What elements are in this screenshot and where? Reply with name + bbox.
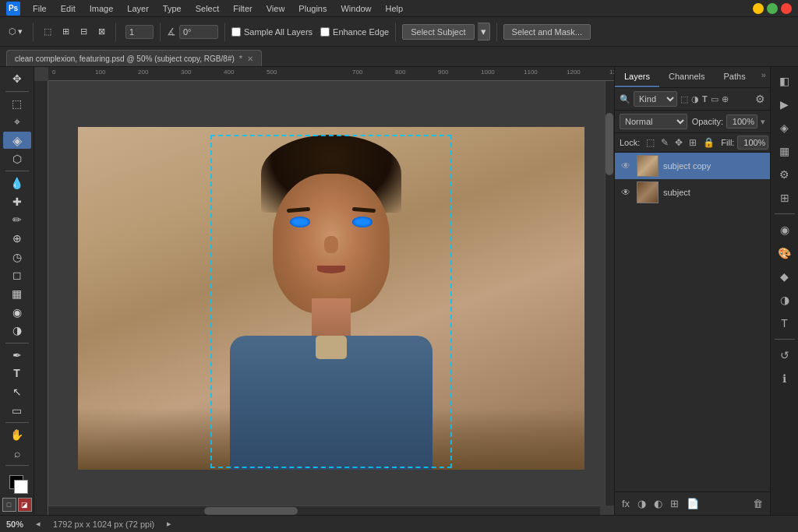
menu-layer[interactable]: Layer [121, 2, 155, 15]
enhance-edge-checkbox[interactable] [320, 27, 330, 37]
menu-filter[interactable]: Filter [227, 2, 258, 15]
quick-select-tool[interactable]: ◈ [3, 132, 31, 150]
far-right-layers-btn[interactable]: ◧ [774, 70, 796, 92]
clone-stamp-tool[interactable]: ⊕ [3, 230, 31, 248]
subtract-selection-btn[interactable]: ⊟ [76, 24, 91, 39]
far-right-styles-btn[interactable]: T [774, 312, 796, 334]
brush-preset-picker[interactable]: ⬡ ▾ [5, 24, 26, 39]
tab-close-icon[interactable]: ✕ [247, 55, 253, 63]
select-subject-button[interactable]: Select Subject [402, 24, 474, 40]
layer-item-subject[interactable]: 👁 subject [615, 179, 770, 206]
layer-filter-type[interactable]: T [702, 94, 708, 104]
fill-input[interactable] [737, 136, 768, 150]
pen-tool[interactable]: ✒ [3, 346, 31, 364]
path-select-tool[interactable]: ↖ [3, 383, 31, 401]
menu-plugins[interactable]: Plugins [292, 2, 333, 15]
history-brush-tool[interactable]: ◷ [3, 248, 31, 266]
far-right-adjustments-btn[interactable]: ◈ [774, 117, 796, 139]
far-right-history-btn[interactable]: ↺ [774, 344, 796, 366]
far-right-play-btn[interactable]: ▶ [774, 93, 796, 115]
zoom-tool[interactable]: ⌕ [3, 444, 31, 462]
move-tool[interactable]: ✥ [3, 70, 31, 88]
dodge-tool[interactable]: ◑ [3, 322, 31, 340]
status-arrow-right[interactable]: ▸ [167, 519, 171, 529]
paths-tab[interactable]: Paths [715, 67, 755, 87]
far-right-info-btn[interactable]: ℹ [774, 368, 796, 389]
horizontal-scrollbar[interactable] [48, 506, 600, 515]
add-selection-btn[interactable]: ⊞ [58, 24, 73, 39]
layer-filter-toggle[interactable]: ⚙ [755, 93, 765, 105]
eraser-tool[interactable]: ◻ [3, 266, 31, 284]
channels-tab[interactable]: Channels [659, 67, 714, 87]
select-subject-dropdown[interactable]: ▾ [478, 23, 490, 41]
close-button[interactable] [781, 3, 792, 14]
layer-filter-select[interactable]: Kind Name Effect [634, 91, 677, 107]
crop-tool[interactable]: ⬡ [3, 150, 31, 167]
lasso-tool[interactable]: ⌖ [3, 113, 31, 131]
new-layer-button[interactable]: 📄 [684, 495, 701, 512]
shape-tool[interactable]: ▭ [3, 401, 31, 419]
layer-item-subject-copy[interactable]: 👁 subject copy [615, 153, 770, 179]
hscrollbar-thumb[interactable] [204, 507, 298, 515]
gradient-tool[interactable]: ▦ [3, 285, 31, 303]
layer-visibility-subject-copy[interactable]: 👁 [620, 160, 632, 172]
layer-filter-smart[interactable]: ⊕ [722, 94, 729, 104]
menu-window[interactable]: Window [334, 2, 377, 15]
eyedropper-tool[interactable]: 💧 [3, 174, 31, 192]
opacity-input[interactable] [726, 115, 757, 129]
far-right-channels-btn[interactable]: ◉ [774, 219, 796, 241]
far-right-patterns-btn[interactable]: ▦ [774, 140, 796, 162]
layers-tab[interactable]: Layers [615, 67, 659, 87]
menu-type[interactable]: Type [157, 2, 188, 15]
layer-filter-shape[interactable]: ▭ [711, 94, 719, 104]
lock-transparent-icon[interactable]: ⬚ [646, 137, 655, 148]
adjustment-button[interactable]: ◐ [651, 495, 665, 512]
lock-all-icon[interactable]: 🔒 [703, 137, 715, 148]
opacity-dropdown[interactable]: ▾ [761, 117, 765, 127]
type-tool[interactable]: T [3, 365, 31, 382]
hand-tool[interactable]: ✋ [3, 426, 31, 444]
vertical-scrollbar[interactable] [605, 81, 614, 506]
maximize-button[interactable] [767, 3, 778, 14]
menu-select[interactable]: Select [189, 2, 226, 15]
far-right-libraries-btn[interactable]: ⊞ [774, 187, 796, 209]
lock-artboard-icon[interactable]: ⊞ [689, 137, 697, 148]
far-right-properties-btn[interactable]: ⚙ [774, 164, 796, 185]
minimize-button[interactable] [753, 3, 764, 14]
vscrollbar-thumb[interactable] [606, 113, 613, 175]
group-button[interactable]: ⊞ [668, 495, 681, 512]
quick-mask-btn[interactable]: ◪ [18, 498, 32, 512]
lock-image-icon[interactable]: ✎ [661, 137, 669, 148]
status-arrow-left[interactable]: ◂ [36, 519, 41, 529]
blend-mode-select[interactable]: Normal Multiply Screen Overlay [620, 114, 687, 129]
document-tab[interactable]: clean complexion, featuring.psd @ 50% (s… [6, 50, 262, 66]
sample-all-checkbox[interactable] [231, 27, 241, 37]
menu-file[interactable]: File [26, 2, 53, 15]
menu-edit[interactable]: Edit [55, 2, 82, 15]
blur-tool[interactable]: ◉ [3, 303, 31, 321]
add-fx-button[interactable]: fx [620, 495, 632, 512]
add-mask-button[interactable]: ◑ [635, 495, 648, 512]
brush-size-input[interactable] [125, 25, 154, 39]
spot-healing-tool[interactable]: ✚ [3, 193, 31, 211]
new-selection-btn[interactable]: ⬚ [40, 24, 55, 39]
background-color[interactable] [14, 480, 28, 494]
select-mask-button[interactable]: Select and Mask... [503, 24, 591, 40]
angle-input[interactable] [179, 25, 218, 39]
far-right-swatches-btn[interactable]: ◆ [774, 266, 796, 287]
standard-mode-btn[interactable]: □ [2, 498, 16, 512]
menu-image[interactable]: Image [83, 2, 120, 15]
lock-position-icon[interactable]: ✥ [675, 137, 683, 148]
far-right-gradient-btn[interactable]: ◑ [774, 289, 796, 311]
menu-view[interactable]: View [260, 2, 291, 15]
layer-filter-adjustment[interactable]: ◑ [691, 94, 699, 104]
rectangular-marquee-tool[interactable]: ⬚ [3, 95, 31, 113]
canvas-area[interactable]: 0 100 200 300 400 500 700 800 900 1000 1… [34, 67, 614, 515]
brush-tool[interactable]: ✏ [3, 211, 31, 229]
delete-layer-button[interactable]: 🗑 [750, 495, 765, 512]
far-right-color-btn[interactable]: 🎨 [774, 242, 796, 264]
layer-filter-pixel[interactable]: ⬚ [680, 94, 688, 104]
canvas-viewport[interactable] [48, 81, 614, 515]
intersect-selection-btn[interactable]: ⊠ [94, 24, 109, 39]
layer-visibility-subject[interactable]: 👁 [620, 186, 632, 199]
